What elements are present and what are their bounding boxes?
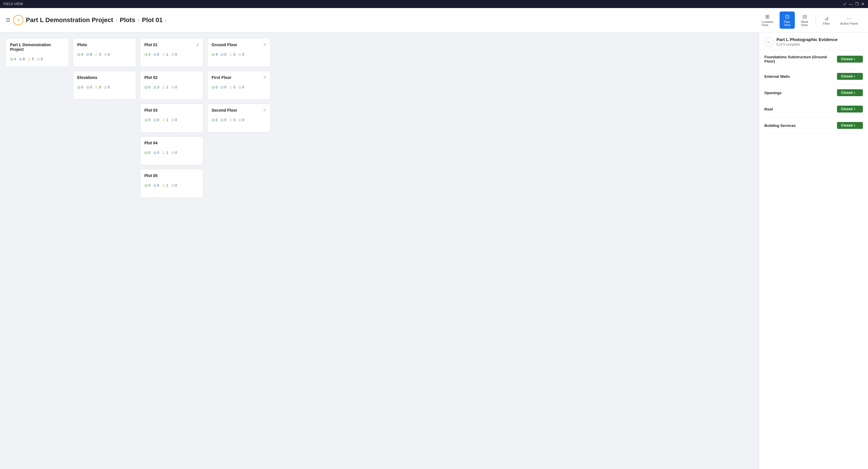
- card-ground-floor-expand-icon[interactable]: ⤤: [263, 42, 266, 47]
- card-plot-05-stat-value-0: 0: [148, 183, 150, 187]
- card-part-l-stat-value-0: 4: [14, 57, 16, 61]
- maximize-icon[interactable]: ❐: [855, 2, 859, 6]
- card-plot-01-stat-value-1: 5: [157, 53, 159, 57]
- card-plot-05-stat-value-1: 0: [157, 183, 159, 187]
- card-plot-02[interactable]: Plot 02◎0◎3⚠1◎0: [140, 71, 203, 100]
- card-plot-04-stat-value-0: 0: [148, 151, 150, 155]
- card-plot-02-stat-value-0: 0: [148, 85, 150, 89]
- card-second-floor[interactable]: Second Floor⤤◎0◎0⚠0◎0: [207, 104, 270, 132]
- card-second-floor-expand-icon[interactable]: ⤤: [263, 108, 266, 112]
- card-ground-floor-stat-3: ◎0: [238, 52, 244, 57]
- breadcrumb-expand-icon[interactable]: ›: [165, 17, 167, 23]
- card-plot-01[interactable]: Plot 01⤤◎4◎5⚠1◎0: [140, 38, 203, 67]
- card-plot-01-stat-0: ◎4: [144, 52, 150, 57]
- card-plot-04[interactable]: Plot 04◎0◎0⚠1◎0: [140, 136, 203, 165]
- card-first-floor-stat-value-3: 0: [242, 85, 244, 89]
- card-part-l-stat-value-1: 8: [23, 57, 25, 61]
- card-elevations-stat-value-2: 0: [99, 85, 101, 89]
- window-controls[interactable]: ⤢ — ❐ ✕: [843, 2, 865, 6]
- card-elevations-stat-1: ◎0: [86, 85, 92, 89]
- close-icon[interactable]: ✕: [861, 2, 865, 6]
- breadcrumb-plots[interactable]: Plots: [120, 17, 135, 24]
- card-plot-03[interactable]: Plot 03◎0◎0⚠1◎0: [140, 104, 203, 132]
- card-plot-01-expand-icon[interactable]: ⤤: [196, 42, 199, 47]
- card-plot-02-stat-value-2: 1: [166, 85, 168, 89]
- card-plot-02-stat-icon-3: ◎: [171, 85, 174, 89]
- card-first-floor-stat-icon-1: ◎: [220, 85, 224, 89]
- card-plot-03-title: Plot 03: [144, 108, 199, 113]
- action-panel-label: Action Panel: [840, 22, 858, 25]
- card-plot-05-stat-1: ◎0: [153, 183, 159, 187]
- breadcrumb-project[interactable]: Part L Demonstration Project: [26, 17, 113, 24]
- card-ground-floor-stat-value-3: 0: [242, 53, 244, 57]
- card-part-l-stat-icon-1: ◎: [19, 57, 22, 61]
- card-plot-01-stat-icon-2: ⚠: [162, 52, 165, 57]
- header: ☰ ≡ Part L Demonstration Project › Plots…: [0, 8, 868, 32]
- work-view-label: WorkView: [801, 20, 808, 27]
- right-panel-body: Foundations Substructure (Ground Floor)C…: [759, 50, 868, 469]
- card-elevations[interactable]: Elevations◎0◎0⚠0◎0: [73, 71, 136, 100]
- card-plot-05-title-text: Plot 05: [144, 174, 158, 178]
- card-elevations-stat-value-0: 0: [81, 85, 83, 89]
- card-elevations-stats: ◎0◎0⚠0◎0: [77, 85, 132, 89]
- card-plots-stat-value-0: 4: [81, 53, 83, 57]
- section-row-roof: RoofClosed▾: [764, 101, 863, 117]
- minimize-icon[interactable]: —: [849, 2, 853, 6]
- plan-view-label: PlanView: [784, 20, 791, 27]
- status-badge-foundations[interactable]: Closed▾: [837, 56, 863, 63]
- card-ground-floor-stat-value-2: 0: [234, 53, 236, 57]
- card-plot-01-stat-3: ◎0: [171, 52, 177, 57]
- action-panel-icon: ⋯: [846, 15, 851, 22]
- card-first-floor-stat-0: ◎0: [212, 85, 218, 89]
- location-view-button[interactable]: ⊞ LocationView: [757, 11, 778, 29]
- card-second-floor-stat-value-1: 0: [224, 118, 226, 122]
- card-plot-01-stat-icon-1: ◎: [153, 52, 156, 57]
- plan-view-button[interactable]: ⊡ PlanView: [780, 11, 795, 29]
- card-plot-03-stat-value-3: 0: [175, 118, 177, 122]
- status-badge-roof[interactable]: Closed▾: [837, 105, 863, 113]
- right-panel-title: Part L Photographic Evidence: [776, 37, 838, 42]
- status-badge-openings[interactable]: Closed▾: [837, 89, 863, 96]
- card-plot-04-stat-1: ◎0: [153, 150, 159, 155]
- status-badge-text-foundations: Closed: [841, 57, 852, 61]
- status-badge-building-services[interactable]: Closed▾: [837, 122, 863, 129]
- card-second-floor-stat-value-3: 0: [242, 118, 244, 122]
- breadcrumb-plot01[interactable]: Plot 01: [142, 17, 162, 24]
- card-plots-title: Plots: [77, 42, 132, 47]
- card-plots-stats: ◎4◎8⚠5◎0: [77, 52, 132, 57]
- card-first-floor[interactable]: First Floor⤤◎0◎0⚠0◎0: [207, 71, 270, 100]
- card-plot-01-stat-1: ◎5: [153, 52, 159, 57]
- right-panel-back: ← Part L Photographic Evidence 5 of 5 co…: [764, 37, 863, 46]
- card-plot-03-stat-3: ◎0: [171, 118, 177, 122]
- status-badge-external-walls[interactable]: Closed▾: [837, 73, 863, 80]
- back-button[interactable]: ←: [764, 37, 774, 46]
- card-first-floor-expand-icon[interactable]: ⤤: [263, 75, 266, 80]
- card-first-floor-stat-value-0: 0: [216, 85, 218, 89]
- card-part-l-stat-3: ◎0: [37, 57, 43, 61]
- restore-icon[interactable]: ⤢: [843, 2, 846, 6]
- section-label-external-walls: External Walls: [764, 74, 837, 79]
- filter-button[interactable]: ⊿ Filter: [818, 13, 834, 27]
- card-ground-floor[interactable]: Ground Floor⤤◎4◎0⚠0◎0: [207, 38, 270, 67]
- card-plots[interactable]: Plots◎4◎8⚠5◎0: [73, 38, 136, 67]
- home-button[interactable]: ≡: [13, 15, 24, 25]
- card-part-l[interactable]: Part L Demonstration Project◎4◎8⚠5◎0: [6, 38, 69, 67]
- card-plots-stat-value-1: 8: [90, 53, 92, 57]
- card-plot-02-stat-icon-1: ◎: [153, 85, 156, 89]
- card-plot-04-stat-icon-1: ◎: [153, 150, 156, 155]
- work-view-icon: ⊟: [803, 13, 807, 20]
- toolbar: ⊞ LocationView ⊡ PlanView ⊟ WorkView ⊿ F…: [757, 11, 862, 29]
- card-plots-stat-value-2: 5: [99, 53, 101, 57]
- status-badge-arrow-openings: ▾: [854, 91, 855, 94]
- card-ground-floor-stats: ◎4◎0⚠0◎0: [212, 52, 266, 57]
- work-view-button[interactable]: ⊟ WorkView: [797, 11, 812, 29]
- card-first-floor-title-text: First Floor: [212, 75, 231, 80]
- card-plot-05[interactable]: Plot 05◎0◎0⚠1◎0: [140, 169, 203, 198]
- status-badge-arrow-external-walls: ▾: [854, 75, 855, 78]
- card-second-floor-title: Second Floor⤤: [212, 108, 266, 113]
- card-plot-04-stat-icon-0: ◎: [144, 150, 148, 155]
- breadcrumb-sep-1: ›: [115, 17, 117, 24]
- card-second-floor-stat-1: ◎0: [220, 118, 226, 122]
- action-panel-button[interactable]: ⋯ Action Panel: [836, 13, 862, 27]
- menu-icon[interactable]: ☰: [6, 17, 10, 23]
